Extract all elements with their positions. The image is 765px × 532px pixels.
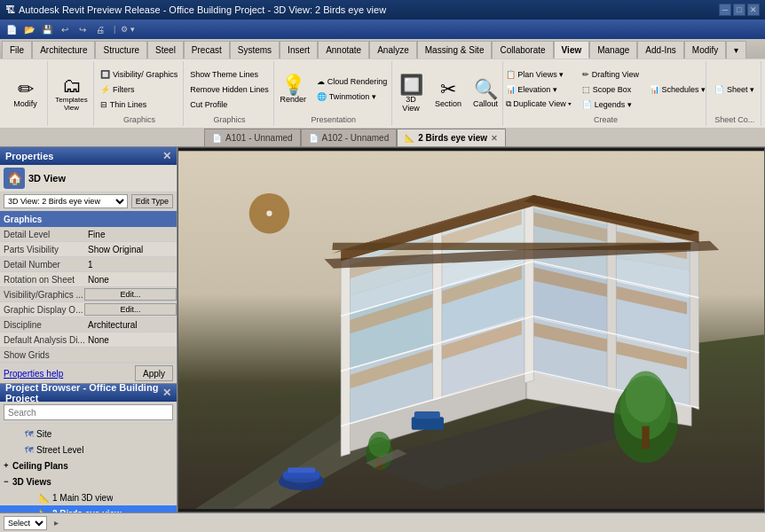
tab-precast[interactable]: Precast bbox=[184, 41, 230, 59]
filters-button[interactable]: ⚡ Filters bbox=[96, 82, 182, 97]
graphics-buttons: 🔲 Visibility/ Graphics ⚡ Filters ⊟ Thin … bbox=[96, 67, 182, 112]
duplicate-view-button[interactable]: ⧉ Duplicate View ▾ bbox=[501, 98, 576, 112]
tab-annotate[interactable]: Annotate bbox=[318, 41, 369, 59]
browser-close[interactable]: ✕ bbox=[162, 387, 171, 399]
print-button[interactable]: 🖨 bbox=[92, 21, 108, 37]
tree-item-birds[interactable]: 📐 2 Birds eye view bbox=[0, 505, 177, 512]
cloud-rendering-button[interactable]: ☁ Cloud Rendering bbox=[312, 74, 391, 89]
tab-dropdown[interactable]: ▾ bbox=[726, 41, 746, 59]
3d-view-button[interactable]: 🔲 3DView bbox=[393, 69, 429, 118]
callout-button[interactable]: 🔍 Callout bbox=[468, 69, 503, 118]
drafting-view-button[interactable]: ✏ Drafting View bbox=[578, 67, 643, 82]
view-templates-button[interactable]: 🗂 Templates View bbox=[54, 69, 90, 118]
tab-view[interactable]: View bbox=[554, 41, 590, 59]
prop-label-show-grids: Show Grids bbox=[0, 350, 84, 360]
open-button[interactable]: 📂 bbox=[21, 21, 37, 37]
tab-structure[interactable]: Structure bbox=[95, 41, 147, 59]
doc-tab-a101[interactable]: 📄 A101 - Unnamed bbox=[204, 129, 301, 146]
doc-tab-a102[interactable]: 📄 A102 - Unnamed bbox=[301, 129, 398, 146]
save-button[interactable]: 💾 bbox=[39, 21, 55, 37]
cut-profile-button[interactable]: Cut Profile bbox=[185, 98, 273, 112]
showhide-content: Show Theme Lines Remove Hidden Lines Cut… bbox=[185, 63, 273, 115]
plan-views-button[interactable]: 📋 Plan Views ▾ bbox=[501, 67, 576, 82]
redo-button[interactable]: ↪ bbox=[75, 21, 91, 37]
sheet-button[interactable]: 📄 Sheet ▾ bbox=[710, 82, 759, 97]
tab-addins[interactable]: Add-Ins bbox=[637, 41, 683, 59]
title-bar: 🏗 Autodesk Revit Preview Release - Offic… bbox=[0, 0, 765, 20]
edit-type-button[interactable]: Edit Type bbox=[131, 194, 173, 208]
prop-row-visibility: Visibility/Graphics ... Edit... bbox=[0, 287, 177, 302]
ribbon: File Architecture Structure Steel Precas… bbox=[0, 39, 765, 128]
minimize-button[interactable]: ─ bbox=[719, 4, 731, 16]
prop-type-icon: 🏠 bbox=[4, 168, 25, 189]
3dview-content: 🔲 3DView ✂ Section 🔍 Callout bbox=[393, 63, 503, 124]
tab-steel[interactable]: Steel bbox=[147, 41, 184, 59]
svg-point-52 bbox=[368, 432, 390, 458]
tab-analyze[interactable]: Analyze bbox=[369, 41, 417, 59]
ribbon-group-graphics: 🔲 Visibility/ Graphics ⚡ Filters ⊟ Thin … bbox=[96, 61, 184, 126]
render-button[interactable]: 💡 Render bbox=[275, 65, 311, 113]
tree-item-main3d[interactable]: 📐 1 Main 3D view bbox=[0, 489, 177, 505]
visibility-graphics-button[interactable]: 🔲 Visibility/ Graphics bbox=[96, 67, 182, 82]
modify-button[interactable]: ✏ Modify bbox=[8, 69, 43, 118]
maximize-button[interactable]: □ bbox=[733, 4, 745, 16]
tab-architecture[interactable]: Architecture bbox=[32, 41, 95, 59]
tab-insert[interactable]: Insert bbox=[280, 41, 318, 59]
scope-box-button[interactable]: ⬚ Scope Box bbox=[578, 82, 643, 97]
properties-close[interactable]: ✕ bbox=[162, 150, 171, 162]
showhide-buttons: Show Theme Lines Remove Hidden Lines Cut… bbox=[185, 67, 273, 112]
prop-type-row: 🏠 3D View bbox=[0, 165, 177, 192]
elevation-button[interactable]: 📊 Elevation ▾ bbox=[501, 82, 576, 97]
properties-help-link[interactable]: Properties help bbox=[4, 369, 63, 379]
twinmotion-button[interactable]: 🌐 Twinmotion ▾ bbox=[312, 90, 391, 104]
thin-lines-button[interactable]: ⊟ Thin Lines bbox=[96, 98, 182, 112]
tab-massing[interactable]: Massing & Site bbox=[417, 41, 493, 59]
remove-hidden-button[interactable]: Remove Hidden Lines bbox=[185, 82, 273, 97]
create-buttons-col1: 📋 Plan Views ▾ 📊 Elevation ▾ ⧉ Duplicate… bbox=[501, 67, 576, 112]
doc-tab-3d[interactable]: 📐 2 Birds eye view ✕ bbox=[397, 129, 506, 146]
section-button[interactable]: ✂ Section bbox=[430, 69, 466, 118]
undo-button[interactable]: ↩ bbox=[57, 21, 73, 37]
tree-item-street[interactable]: 🗺 Street Level bbox=[0, 442, 177, 458]
new-button[interactable]: 📄 bbox=[4, 21, 20, 37]
prop-view-select[interactable]: 3D View: 2 Birds eye view bbox=[4, 194, 128, 208]
create-buttons-col3: 📊 Schedules ▾ bbox=[645, 82, 710, 97]
close-button[interactable]: ✕ bbox=[747, 4, 760, 16]
tab-modify[interactable]: Modify bbox=[684, 41, 726, 59]
legends-button[interactable]: 📄 Legends ▾ bbox=[578, 98, 643, 112]
tab-collaborate[interactable]: Collaborate bbox=[492, 41, 553, 59]
search-input[interactable] bbox=[4, 404, 173, 420]
tab-file[interactable]: File bbox=[2, 41, 32, 59]
svg-marker-27 bbox=[524, 199, 533, 383]
tab-manage[interactable]: Manage bbox=[589, 41, 637, 59]
prop-label-discipline: Discipline bbox=[0, 320, 84, 330]
tree-section-ceiling[interactable]: + Ceiling Plans bbox=[0, 458, 177, 473]
ribbon-content: ✏ Modify 🗂 Templates View 🔲 Visibility/ … bbox=[0, 59, 765, 128]
graphic-display-button[interactable]: Edit... bbox=[84, 303, 177, 316]
prop-label-analysis: Default Analysis Di... bbox=[0, 335, 84, 345]
rendering-buttons: ☁ Cloud Rendering 🌐 Twinmotion ▾ bbox=[312, 74, 391, 104]
tab-a101-icon: 📄 bbox=[212, 134, 222, 143]
prop-row-detail-level: Detail Level Fine bbox=[0, 227, 177, 242]
show-theme-button[interactable]: Show Theme Lines bbox=[185, 67, 273, 82]
quick-access-toolbar: 📄 📂 💾 ↩ ↪ 🖨 | ⚙ ▾ bbox=[0, 20, 765, 39]
graphics-group-label: Graphics bbox=[123, 115, 155, 124]
tab-a101-label: A101 - Unnamed bbox=[225, 133, 293, 143]
tab-systems[interactable]: Systems bbox=[230, 41, 280, 59]
tab-3d-close[interactable]: ✕ bbox=[491, 134, 498, 143]
project-browser: Project Browser - Office Building Projec… bbox=[0, 384, 177, 512]
render-icon: 💡 bbox=[281, 75, 305, 95]
browser-header: Project Browser - Office Building Projec… bbox=[0, 384, 177, 402]
tree-section-3d[interactable]: − 3D Views bbox=[0, 473, 177, 489]
street-label: Street Level bbox=[36, 445, 83, 455]
ribbon-group-sheet: 📄 Sheet ▾ Sheet Co... bbox=[708, 61, 761, 126]
prop-value-analysis: None bbox=[84, 335, 177, 345]
status-select[interactable]: Select Modify bbox=[4, 516, 47, 530]
3d-viewport[interactable] bbox=[177, 147, 765, 512]
svg-point-56 bbox=[266, 211, 272, 216]
tree-item-site[interactable]: 🗺 Site bbox=[0, 426, 177, 442]
schedules-button[interactable]: 📊 Schedules ▾ bbox=[645, 82, 710, 97]
apply-button[interactable]: Apply bbox=[135, 365, 173, 381]
callout-icon: 🔍 bbox=[474, 80, 498, 99]
visibility-edit-button[interactable]: Edit... bbox=[84, 288, 177, 301]
